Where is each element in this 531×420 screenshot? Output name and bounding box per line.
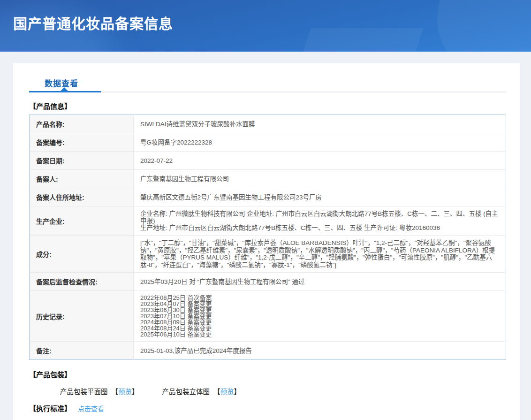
bracket-open: 【 — [112, 388, 119, 396]
row-label: 备案编号: — [30, 133, 134, 152]
row-label: 备案后监督检查情况: — [30, 273, 134, 291]
table-row-supervision: 备案后监督检查情况: 2025年03月20日 对 “广东暨南基因生物工程有限公司… — [30, 273, 506, 291]
bracket-close: 】 — [234, 388, 241, 396]
table-row-product-name: 产品名称: SIWLDAI诗维蓝黛双分子玻尿酸补水面膜 — [30, 115, 506, 133]
row-label: 历史记录: — [30, 291, 134, 342]
section-standard: 【执行标准】 — [29, 403, 71, 413]
preview-3d-link[interactable]: 预览 — [220, 388, 234, 396]
row-label: 备案日期: — [30, 152, 134, 170]
row-value: 肇庆高新区文德五街2号广东暨南基因生物工程有限公司23号厂房 — [134, 188, 506, 206]
page-title: 国产普通化妆品备案信息 — [0, 0, 531, 33]
row-value: 广东暨南基因生物工程有限公司 — [134, 170, 506, 188]
table-row-filer-address: 备案人住所地址: 肇庆高新区文德五街2号广东暨南基因生物工程有限公司23号厂房 — [30, 188, 506, 206]
table-row-history: 历史记录: 2022年08月25日 首次备案 2023年04月07日 备案变更 … — [30, 291, 506, 342]
standard-row: 【执行标准】 点击查看 — [29, 403, 506, 413]
row-value: 2022年08月25日 首次备案 2023年04月07日 备案变更 2023年0… — [134, 291, 506, 342]
row-label: 备案人住所地址: — [30, 188, 134, 206]
row-label: 生产企业: — [30, 206, 134, 236]
standard-view-link[interactable]: 点击查看 — [78, 404, 104, 413]
table-row-remarks: 备注: 2025-01-03,该产品已完成2024年度报告 — [30, 342, 506, 360]
row-value: ["水"，"丁二醇"，"甘油"，"甜菜碱"，"库拉索芦荟（ALOE BARBAD… — [134, 236, 506, 273]
section-packaging: 【产品包装】 — [29, 369, 506, 379]
table-row-manufacturer: 生产企业: 企业名称: 广州微肽生物科技有限公司 企业地址: 广州市白云区白云湖… — [30, 206, 506, 236]
row-value: 2022-07-22 — [134, 152, 506, 170]
table-row-filing-number: 备案编号: 粤G妆网备字2022222328 — [30, 133, 506, 152]
history-line: 2025年06月10日 备案变更 — [140, 331, 499, 337]
preview-flat-link[interactable]: 预览 — [118, 388, 132, 396]
packaging-items: 产品包装平面图 【预览】 产品包装立体图 【预览】 — [29, 386, 506, 396]
product-info-table: 产品名称: SIWLDAI诗维蓝黛双分子玻尿酸补水面膜 备案编号: 粤G妆网备字… — [29, 115, 506, 360]
packaging-item-3d: 产品包装立体图 【预览】 — [162, 386, 241, 396]
row-label: 产品名称: — [30, 115, 134, 133]
table-row-filing-date: 备案日期: 2022-07-22 — [30, 152, 506, 170]
bracket-open: 【 — [213, 388, 220, 396]
row-value: 2025年03月20日 对 “广东暨南基因生物工程有限公司” 通过 — [134, 273, 506, 291]
manufacturer-line: 企业名称: 广州微肽生物科技有限公司 企业地址: 广州市白云区白云湖街大朗北路7… — [140, 210, 499, 224]
row-label: 备注: — [30, 342, 134, 360]
table-row-filer: 备案人: 广东暨南基因生物工程有限公司 — [30, 170, 506, 188]
tab-active-underline — [29, 91, 101, 92]
bracket-close: 】 — [132, 388, 139, 396]
content-card: 数据查看 【产品信息】 产品名称: SIWLDAI诗维蓝黛双分子玻尿酸补水面膜 … — [13, 63, 520, 420]
tab-bar: 数据查看 — [29, 77, 506, 92]
packaging-flat-label: 产品包装平面图 — [60, 388, 108, 396]
table-row-ingredients: 成分: ["水"，"丁二醇"，"甘油"，"甜菜碱"，"库拉索芦荟（ALOE BA… — [30, 236, 506, 273]
packaging-3d-label: 产品包装立体图 — [162, 388, 210, 396]
tab-caret-icon — [61, 87, 68, 91]
manufacturer-line: 生产地址: 广州市白云区白云湖街大朗北路77号B栋五楼、C栋一、三、四、五楼 生… — [140, 224, 499, 231]
page-banner: 国产普通化妆品备案信息 — [0, 0, 531, 52]
section-product-info: 【产品信息】 — [29, 101, 506, 111]
row-value: 粤G妆网备字2022222328 — [134, 133, 506, 152]
row-value: 2025-01-03,该产品已完成2024年度报告 — [134, 342, 506, 360]
packaging-item-flat: 产品包装平面图 【预览】 — [60, 386, 139, 396]
row-value: 企业名称: 广州微肽生物科技有限公司 企业地址: 广州市白云区白云湖街大朗北路7… — [134, 206, 506, 236]
row-label: 备案人: — [30, 170, 134, 188]
row-label: 成分: — [30, 236, 134, 273]
row-value: SIWLDAI诗维蓝黛双分子玻尿酸补水面膜 — [134, 115, 506, 133]
